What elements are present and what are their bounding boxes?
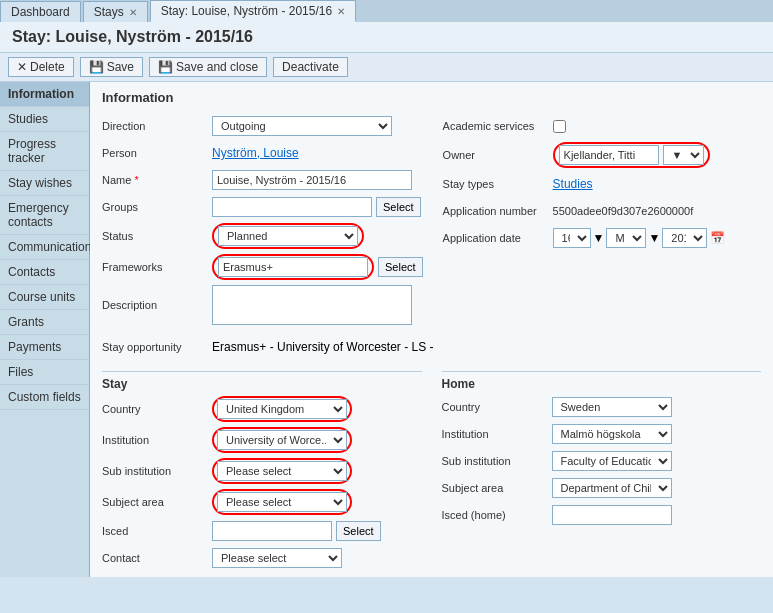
sidebar-item-progress[interactable]: Progress tracker	[0, 132, 89, 171]
application-date-day-select[interactable]: 16	[553, 228, 591, 248]
sidebar-item-studies[interactable]: Studies	[0, 107, 89, 132]
tab-stay-detail-close[interactable]: ✕	[337, 6, 345, 17]
sidebar-item-communication-label: Communication	[8, 240, 91, 254]
direction-select[interactable]: Outgoing	[212, 116, 392, 136]
stay-isced-input[interactable]	[212, 521, 332, 541]
stay-country-highlight: United Kingdom	[212, 396, 352, 422]
owner-highlight: ▼	[553, 142, 710, 168]
sidebar-item-contacts[interactable]: Contacts	[0, 260, 89, 285]
tab-stay-detail-label: Stay: Louise, Nyström - 2015/16	[161, 4, 332, 18]
stay-isced-select-btn[interactable]: Select	[336, 521, 381, 541]
tab-stays-label: Stays	[94, 5, 124, 19]
groups-select-btn[interactable]: Select	[376, 197, 421, 217]
stay-institution-row: Institution University of Worce...	[102, 427, 422, 453]
application-date-label: Application date	[443, 232, 553, 244]
save-close-icon: 💾	[158, 60, 173, 74]
home-section-header: Home	[442, 371, 762, 391]
sidebar-item-custom-fields-label: Custom fields	[8, 390, 81, 404]
stay-sub-institution-select[interactable]: Please select	[217, 461, 347, 481]
delete-button[interactable]: ✕ Delete	[8, 57, 74, 77]
stay-sub-institution-highlight: Please select	[212, 458, 352, 484]
sidebar-item-files[interactable]: Files	[0, 360, 89, 385]
stay-opportunity-value: Erasmus+ - University of Worcester - LS …	[212, 340, 434, 354]
content-section-title: Information	[102, 90, 761, 105]
home-isced-input[interactable]	[552, 505, 672, 525]
status-highlight: Planned	[212, 223, 364, 249]
person-link[interactable]: Nyström, Louise	[212, 146, 299, 160]
sidebar-item-emergency[interactable]: Emergency contacts	[0, 196, 89, 235]
sidebar-item-information[interactable]: Information	[0, 82, 89, 107]
person-row: Person Nyström, Louise	[102, 142, 423, 164]
groups-input[interactable]	[212, 197, 372, 217]
sidebar-item-information-label: Information	[8, 87, 74, 101]
deactivate-label: Deactivate	[282, 60, 339, 74]
home-sub-institution-select[interactable]: Faculty of Education	[552, 451, 672, 471]
sidebar-item-communication[interactable]: Communication	[0, 235, 89, 260]
name-input[interactable]	[212, 170, 412, 190]
home-isced-label: Isced (home)	[442, 509, 552, 521]
sidebar-item-payments[interactable]: Payments	[0, 335, 89, 360]
save-close-button[interactable]: 💾 Save and close	[149, 57, 267, 77]
sidebar-item-grants[interactable]: Grants	[0, 310, 89, 335]
description-label: Description	[102, 299, 212, 311]
home-institution-select[interactable]: Malmö högskola	[552, 424, 672, 444]
stay-institution-select[interactable]: University of Worce...	[217, 430, 347, 450]
application-date-month-select[interactable]: Mar	[606, 228, 646, 248]
application-number-value: 5500adee0f9d307e2600000f	[553, 205, 694, 217]
save-close-label: Save and close	[176, 60, 258, 74]
stay-opportunity-row: Stay opportunity Erasmus+ - University o…	[102, 336, 761, 358]
frameworks-label: Frameworks	[102, 261, 212, 273]
direction-row: Direction Outgoing	[102, 115, 423, 137]
owner-select[interactable]: ▼	[663, 145, 704, 165]
tab-stays[interactable]: Stays ✕	[83, 1, 148, 22]
owner-input[interactable]	[559, 145, 659, 165]
status-select[interactable]: Planned	[218, 226, 358, 246]
sidebar-item-progress-label: Progress tracker	[8, 137, 56, 165]
frameworks-select-btn[interactable]: Select	[378, 257, 423, 277]
tab-dashboard[interactable]: Dashboard	[0, 1, 81, 22]
application-date-year-select[interactable]: 2015	[662, 228, 707, 248]
stay-sub-institution-row: Sub institution Please select	[102, 458, 422, 484]
stay-opportunity-label: Stay opportunity	[102, 341, 212, 353]
stay-country-select[interactable]: United Kingdom	[217, 399, 347, 419]
home-country-select[interactable]: Sweden	[552, 397, 672, 417]
stay-col: Stay Country United Kingdom Institution	[102, 363, 422, 574]
stay-subject-area-select[interactable]: Please select	[217, 492, 347, 512]
tab-stays-close[interactable]: ✕	[129, 7, 137, 18]
stay-types-label: Stay types	[443, 178, 553, 190]
save-button[interactable]: 💾 Save	[80, 57, 143, 77]
home-sub-institution-row: Sub institution Faculty of Education	[442, 450, 762, 472]
stay-institution-label: Institution	[102, 434, 212, 446]
stay-contact-select[interactable]: Please select	[212, 548, 342, 568]
home-subject-area-select[interactable]: Department of Child	[552, 478, 672, 498]
save-icon: 💾	[89, 60, 104, 74]
info-section: Direction Outgoing Person Nyström, Louis…	[102, 115, 761, 330]
sidebar-item-stay-wishes[interactable]: Stay wishes	[0, 171, 89, 196]
delete-icon: ✕	[17, 60, 27, 74]
stay-types-row: Stay types Studies	[443, 173, 761, 195]
sidebar-item-studies-label: Studies	[8, 112, 48, 126]
tab-bar: Dashboard Stays ✕ Stay: Louise, Nyström …	[0, 0, 773, 22]
groups-label: Groups	[102, 201, 212, 213]
stay-sub-institution-label: Sub institution	[102, 465, 212, 477]
sidebar-item-files-label: Files	[8, 365, 33, 379]
sidebar-item-course-units[interactable]: Course units	[0, 285, 89, 310]
description-row: Description	[102, 285, 423, 325]
tab-stay-detail[interactable]: Stay: Louise, Nyström - 2015/16 ✕	[150, 0, 356, 22]
name-label: Name	[102, 174, 212, 186]
delete-label: Delete	[30, 60, 65, 74]
home-sub-institution-label: Sub institution	[442, 455, 552, 467]
right-column: Academic services Owner ▼ Stay types	[443, 115, 761, 330]
academic-services-checkbox[interactable]	[553, 120, 566, 133]
description-textarea[interactable]	[212, 285, 412, 325]
stay-types-link[interactable]: Studies	[553, 177, 593, 191]
frameworks-input[interactable]	[218, 257, 368, 277]
sidebar-item-custom-fields[interactable]: Custom fields	[0, 385, 89, 410]
owner-row: Owner ▼	[443, 142, 761, 168]
stay-country-row: Country United Kingdom	[102, 396, 422, 422]
frameworks-row: Frameworks Select	[102, 254, 423, 280]
deactivate-button[interactable]: Deactivate	[273, 57, 348, 77]
application-date-calendar-icon[interactable]: 📅	[710, 231, 725, 245]
stay-subject-area-row: Subject area Please select	[102, 489, 422, 515]
sidebar-item-payments-label: Payments	[8, 340, 61, 354]
